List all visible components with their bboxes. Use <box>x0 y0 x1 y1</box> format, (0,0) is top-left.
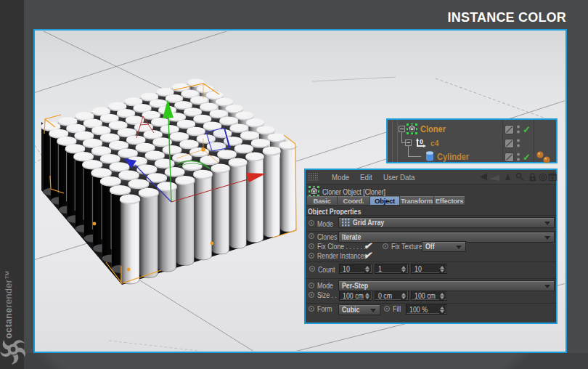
svg-text:0: 0 <box>420 138 423 145</box>
